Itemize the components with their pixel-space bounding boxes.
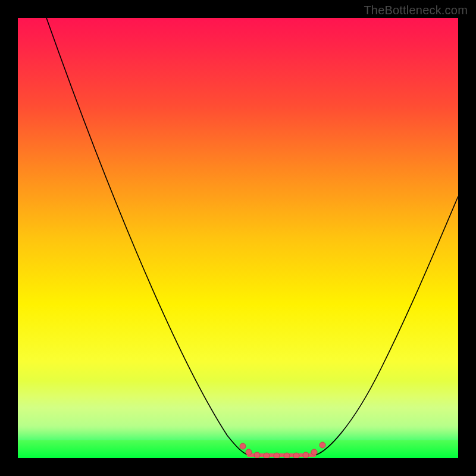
svg-point-1 (246, 449, 252, 455)
watermark-text: TheBottleneck.com (364, 4, 468, 17)
chart-frame: TheBottleneck.com (0, 0, 476, 476)
svg-point-8 (311, 449, 317, 455)
svg-point-2 (254, 452, 260, 458)
right-curve (315, 196, 458, 455)
svg-point-9 (320, 442, 325, 448)
svg-point-0 (240, 443, 246, 449)
svg-point-5 (284, 453, 290, 458)
curve-layer (18, 18, 458, 458)
svg-point-6 (293, 453, 299, 458)
svg-point-3 (264, 453, 270, 458)
svg-point-7 (303, 452, 309, 458)
svg-point-4 (274, 453, 280, 458)
left-curve (46, 18, 249, 455)
